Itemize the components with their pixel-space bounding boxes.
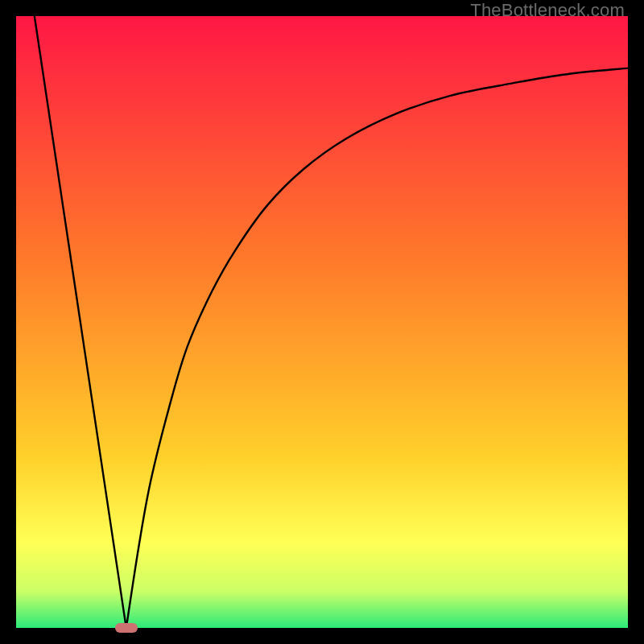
optimum-marker <box>115 623 138 633</box>
bottleneck-curve <box>16 16 628 628</box>
curve-path <box>35 16 628 628</box>
plot-area <box>16 16 628 628</box>
chart-frame: TheBottleneck.com <box>0 0 644 644</box>
